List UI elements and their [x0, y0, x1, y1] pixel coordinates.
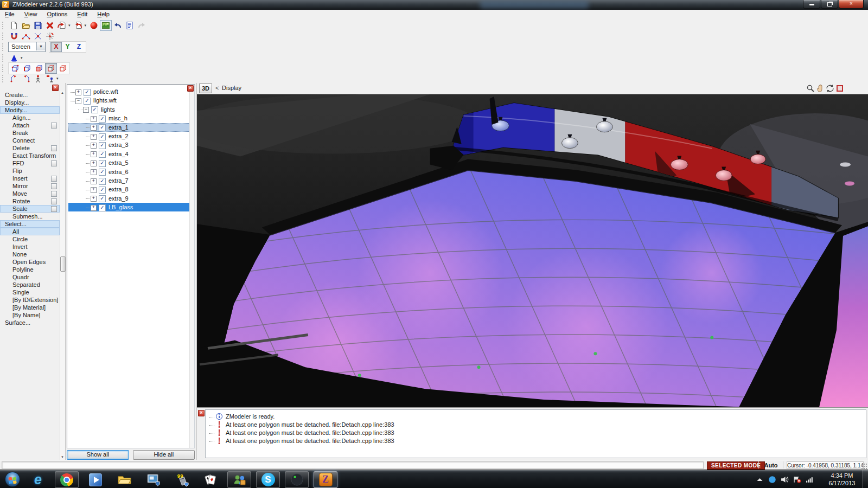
- tree-checkbox[interactable]: ✓: [99, 195, 106, 202]
- taskbar-item-image-viewer[interactable]: [141, 471, 165, 488]
- viewport-3d[interactable]: [197, 94, 868, 407]
- command-item-polyline[interactable]: Polyline: [0, 266, 60, 273]
- network-icon[interactable]: [806, 476, 814, 484]
- command-item-by-id-extension[interactable]: [By ID/Extension]: [0, 296, 60, 304]
- auto-toggle[interactable]: Auto: [758, 461, 783, 468]
- tree-checkbox[interactable]: ✓: [99, 115, 106, 123]
- command-panel-scrollbar[interactable]: ▲ ▼: [60, 91, 65, 460]
- command-checkbox[interactable]: [51, 160, 57, 166]
- vertices-level-button[interactable]: [9, 63, 21, 74]
- taskbar-item-chrome[interactable]: [55, 471, 79, 488]
- volume-icon[interactable]: [781, 476, 789, 484]
- hide-all-button[interactable]: Hide all: [133, 450, 195, 460]
- tree-checkbox[interactable]: ✓: [99, 187, 106, 194]
- expander-plus-icon[interactable]: +: [91, 160, 97, 166]
- toolbar-handle[interactable]: [2, 43, 6, 51]
- scroll-down-icon[interactable]: ▼: [60, 455, 65, 460]
- close-button[interactable]: ×: [839, 0, 864, 9]
- tree-node-lb-glass[interactable]: +✓LB_glass: [68, 203, 190, 211]
- view-back-arrow[interactable]: <: [215, 85, 219, 91]
- axis-space-dropdown[interactable]: Screen ▼: [8, 42, 46, 52]
- command-item-open-edges[interactable]: Open Edges: [0, 258, 60, 266]
- taskbar-item-file-explorer[interactable]: [112, 471, 136, 488]
- axis-y-button[interactable]: Y: [62, 42, 73, 52]
- weld-vertices-button[interactable]: [20, 31, 32, 42]
- select-group-button[interactable]: [44, 73, 56, 84]
- expander-plus-icon[interactable]: +: [75, 89, 81, 95]
- expander-plus-icon[interactable]: +: [91, 143, 97, 149]
- import-button-dropdown[interactable]: ▾: [84, 23, 88, 28]
- expander-plus-icon[interactable]: +: [91, 134, 97, 140]
- delete-button[interactable]: [44, 20, 56, 31]
- command-item-all[interactable]: All: [0, 228, 60, 235]
- command-checkbox[interactable]: [51, 198, 57, 204]
- taskbar-item-media-player[interactable]: [84, 471, 107, 488]
- axis-x-button[interactable]: X: [50, 42, 62, 52]
- axis-z-button[interactable]: Z: [73, 42, 85, 52]
- viewport-orbit-tool[interactable]: [826, 84, 834, 93]
- taskbar-item-internet-explorer[interactable]: e: [26, 471, 50, 488]
- command-item-none[interactable]: None: [0, 251, 60, 258]
- tree-checkbox[interactable]: ✓: [84, 89, 91, 96]
- tree-node-extra-9[interactable]: +✓extra_9: [68, 194, 190, 203]
- menu-options[interactable]: Options: [42, 10, 72, 17]
- taskbar-item-skype[interactable]: S: [256, 471, 280, 488]
- new-file-button[interactable]: [8, 20, 20, 31]
- snap-vertices-button[interactable]: [44, 31, 56, 42]
- command-item-mirror[interactable]: Mirror: [0, 182, 60, 190]
- show-log-button[interactable]: [124, 20, 136, 31]
- manipulators-level-button[interactable]: [57, 63, 69, 74]
- magnet-snap-button[interactable]: [8, 31, 20, 42]
- taskbar-clock[interactable]: 4:34 PM 6/17/2013: [823, 472, 861, 487]
- command-item-invert[interactable]: Invert: [0, 243, 60, 251]
- break-vertices-button[interactable]: [32, 31, 44, 42]
- command-checkbox[interactable]: [51, 176, 57, 182]
- command-item-quadr[interactable]: Quadr: [0, 273, 60, 281]
- command-item-single[interactable]: Single: [0, 288, 60, 296]
- objects-level-button[interactable]: [45, 63, 57, 74]
- command-checkbox[interactable]: [51, 123, 57, 129]
- command-checkbox[interactable]: [51, 206, 57, 212]
- close-log-icon[interactable]: ×: [198, 410, 205, 416]
- restore-button[interactable]: [821, 0, 838, 9]
- command-checkbox[interactable]: [51, 191, 57, 197]
- tree-node-extra-3[interactable]: +✓extra_3: [68, 140, 190, 149]
- taskbar-item-phone-99[interactable]: 99: [170, 471, 194, 488]
- toolbar-handle[interactable]: [2, 33, 6, 40]
- tree-node-extra-5[interactable]: +✓extra_5: [68, 158, 190, 167]
- taskbar-item-daemon-tools[interactable]: [285, 471, 309, 488]
- expander-plus-icon[interactable]: +: [91, 151, 97, 157]
- command-item-attach[interactable]: Attach: [0, 121, 60, 129]
- texture-browser-button[interactable]: [100, 20, 112, 31]
- command-item-display[interactable]: Display...: [0, 99, 60, 106]
- command-item-ffd[interactable]: FFD: [0, 159, 60, 167]
- minimize-button[interactable]: [803, 0, 820, 9]
- command-item-exact-transform[interactable]: Exact Transform: [0, 152, 60, 159]
- toolbar-handle[interactable]: [2, 54, 6, 62]
- command-item-submesh[interactable]: Submesh...: [0, 213, 60, 220]
- select-skeleton-button[interactable]: [32, 73, 44, 84]
- tree-checkbox[interactable]: ✓: [99, 151, 106, 158]
- tree-node-extra-4[interactable]: +✓extra_4: [68, 150, 190, 158]
- view-mode-button[interactable]: 3D: [199, 84, 212, 93]
- command-item-select[interactable]: Select...: [0, 220, 60, 228]
- open-file-button[interactable]: [20, 20, 32, 31]
- show-desktop-button[interactable]: [863, 470, 868, 488]
- command-item-separated[interactable]: Separated: [0, 281, 60, 288]
- undo-button[interactable]: [112, 20, 124, 31]
- tree-node-extra-1[interactable]: +✓extra_1: [68, 123, 190, 132]
- close-tree-icon[interactable]: ×: [187, 85, 194, 92]
- resize-grip[interactable]: [861, 463, 867, 470]
- expander-minus-icon[interactable]: −: [75, 98, 81, 104]
- tree-checkbox[interactable]: ✓: [91, 106, 98, 113]
- toolbar-handle[interactable]: [2, 65, 6, 72]
- normals-button-dropdown[interactable]: ▾: [20, 56, 24, 60]
- tree-checkbox[interactable]: ✓: [99, 160, 106, 167]
- command-item-modify[interactable]: Modify...: [0, 106, 60, 114]
- normals-button[interactable]: [8, 53, 20, 63]
- edges-level-button[interactable]: [21, 63, 33, 74]
- tree-node-police-wft[interactable]: +✓police.wft: [68, 87, 190, 96]
- menu-view[interactable]: View: [20, 10, 42, 17]
- tree-checkbox[interactable]: ✓: [99, 204, 106, 211]
- select-marker-a-button[interactable]: [8, 73, 20, 84]
